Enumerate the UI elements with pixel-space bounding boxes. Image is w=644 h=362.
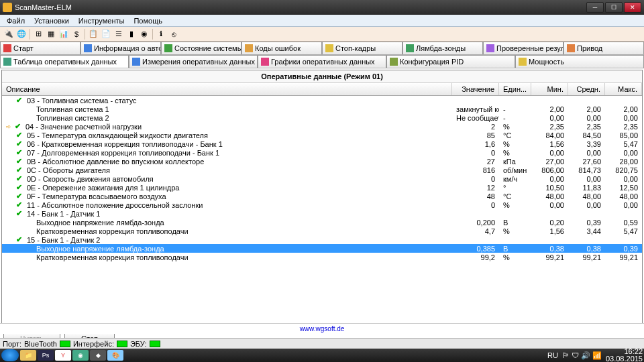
- tb-exit-icon[interactable]: ⎋: [168, 28, 180, 40]
- tray-flag-icon[interactable]: 🏳: [562, 351, 570, 359]
- menu-file[interactable]: Файл: [3, 16, 29, 25]
- cell-max: 0,00: [605, 201, 642, 209]
- table-row[interactable]: ✔06 - Кратковременная коррекция топливоп…: [2, 139, 642, 148]
- cell-max: 5,47: [605, 140, 642, 148]
- table-row[interactable]: ✔15 - Банк 1 - Датчик 2: [2, 235, 642, 244]
- col-max[interactable]: Макс.: [605, 83, 642, 95]
- tb-list-icon[interactable]: ☰: [113, 28, 125, 40]
- task-chrome-icon[interactable]: ◉: [72, 350, 89, 361]
- table-row[interactable]: Топливная система 1замкнутый кон...-2,00…: [2, 105, 642, 113]
- status-iface-label: Интерфейс:: [73, 340, 114, 348]
- cell-avg: 3,44: [568, 227, 605, 235]
- menu-help[interactable]: Помощь: [129, 16, 166, 25]
- tab-измерения-оперативных-данных[interactable]: Измерения оперативных данных: [129, 55, 258, 68]
- tb-copy-icon[interactable]: 📋: [87, 28, 99, 40]
- check-icon: ✔: [15, 139, 23, 148]
- close-button[interactable]: ✕: [624, 2, 641, 13]
- table-row[interactable]: ➪✔04 - Значение расчетной нагрузки2%2,35…: [2, 122, 642, 131]
- tray-shield-icon[interactable]: 🛡: [572, 351, 579, 359]
- menu-tools[interactable]: Инструменты: [74, 16, 129, 25]
- tab-icon: [164, 44, 172, 52]
- check-icon: ✔: [15, 96, 23, 105]
- table-row[interactable]: ✔0D - Скорость движения автомобиля0км/ч0…: [2, 174, 642, 183]
- cell-v: 99,2: [452, 253, 499, 261]
- task-app-icon[interactable]: ◆: [90, 350, 106, 361]
- row-description: 04 - Значение расчетной нагрузки: [25, 123, 142, 131]
- table-row[interactable]: Выходное напряжение лямбда-зонда0,200В0,…: [2, 218, 642, 227]
- task-explorer-icon[interactable]: 📁: [20, 350, 36, 361]
- cell-avg: 48,00: [568, 192, 605, 200]
- tb-device-icon[interactable]: ▮: [125, 28, 138, 40]
- tab-label: Стоп-кадры: [335, 44, 376, 52]
- tray-volume-icon[interactable]: 🔊: [581, 351, 590, 360]
- table-row[interactable]: Кратковременная коррекция топливоподачи4…: [2, 227, 642, 235]
- cell-max: 0,39: [605, 245, 642, 253]
- table-row[interactable]: ✔14 - Банк 1 - Датчик 1: [2, 209, 642, 218]
- check-icon: ✔: [15, 148, 23, 157]
- tray-lang[interactable]: RU: [547, 351, 558, 359]
- task-photoshop-icon[interactable]: Ps: [38, 350, 54, 361]
- cell-v: 12: [452, 184, 499, 192]
- tb-globe-icon[interactable]: 🌐: [15, 28, 28, 40]
- row-description: 0F - Температура всасываемого воздуха: [27, 192, 166, 200]
- row-description: Топливная система 2: [36, 114, 109, 122]
- tab-icon: [519, 58, 527, 66]
- tab-label: Лямбда-зонды: [416, 44, 466, 52]
- table-row[interactable]: ✔11 - Абсолютное положение дроссельной з…: [2, 200, 642, 209]
- tab-icon: [245, 44, 253, 52]
- tab-состояние-системы[interactable]: Состояние системы: [161, 42, 241, 54]
- col-unit[interactable]: Един...: [499, 83, 531, 95]
- tb-money-icon[interactable]: $: [70, 28, 83, 40]
- tb-gauge-icon[interactable]: ◉: [138, 28, 150, 40]
- table-row[interactable]: ✔03 - Топливная система - статус: [2, 96, 642, 105]
- maximize-button[interactable]: ☐: [605, 2, 623, 13]
- tb-chart-icon[interactable]: 📊: [58, 28, 70, 40]
- table-row[interactable]: ✔0E - Опережение зажигания для 1 цилиндр…: [2, 183, 642, 192]
- cell-v: 2: [452, 123, 499, 131]
- tab-проверенные-результаты-теста[interactable]: Проверенные результаты теста: [483, 42, 564, 54]
- task-paint-icon[interactable]: 🎨: [107, 350, 123, 361]
- task-yandex-icon[interactable]: Y: [55, 350, 71, 361]
- tray-date[interactable]: 03.08.2015: [606, 355, 643, 362]
- table-row[interactable]: ✔0B - Абсолютное давление во впускном ко…: [2, 157, 642, 166]
- table-row[interactable]: Кратковременная коррекция топливоподачи9…: [2, 253, 642, 261]
- tab-лямбда-зонды[interactable]: Лямбда-зонды: [402, 42, 483, 54]
- start-button[interactable]: [1, 349, 19, 361]
- tab-конфигурация-pid[interactable]: Конфигурация PID: [386, 55, 515, 68]
- titlebar: ScanMaster-ELM ─ ☐ ✕: [0, 0, 644, 15]
- tb-info-icon[interactable]: ℹ: [155, 28, 167, 40]
- table-row[interactable]: ✔05 - Температура охлаждающей жидкости д…: [2, 131, 642, 139]
- tb-doc-icon[interactable]: 📄: [100, 28, 112, 40]
- table-row[interactable]: Выходное напряжение лямбда-зонда0,385В0,…: [2, 244, 642, 253]
- tab-таблица-оперативных-данных[interactable]: Таблица оперативных данных: [0, 55, 129, 68]
- minimize-button[interactable]: ─: [586, 2, 604, 13]
- tb-grid-icon[interactable]: ⊞: [32, 28, 44, 40]
- col-value[interactable]: Значение: [452, 83, 499, 95]
- table-row[interactable]: ✔07 - Долговременная коррекция топливопо…: [2, 148, 642, 157]
- table-row[interactable]: ✔0C - Обороты двигателя816об/мин806,0081…: [2, 166, 642, 174]
- tb-table-icon[interactable]: ▦: [45, 28, 57, 40]
- menu-settings[interactable]: Установки: [30, 16, 73, 25]
- tab-графики-оперативных-данных[interactable]: Графики оперативных данных: [258, 55, 386, 68]
- table-row[interactable]: Топливная система 2Не сообщается-0,000,0…: [2, 113, 642, 122]
- tab-старт[interactable]: Старт: [0, 42, 80, 54]
- row-description: 0E - Опережение зажигания для 1 цилиндра: [27, 184, 179, 192]
- cell-v: замкнутый кон...: [452, 105, 499, 113]
- cell-u: %: [499, 227, 531, 235]
- footer-link[interactable]: www.wgsoft.de: [0, 323, 644, 334]
- tab-коды-ошибок[interactable]: Коды ошибок: [241, 42, 322, 54]
- tb-connect-icon[interactable]: 🔌: [3, 28, 15, 40]
- cell-max: 820,75: [605, 166, 642, 174]
- col-avg[interactable]: Средн.: [568, 83, 605, 95]
- tab-icon: [486, 44, 494, 52]
- tab-стоп-кадры[interactable]: Стоп-кадры: [322, 42, 402, 54]
- tray-network-icon[interactable]: 📶: [592, 351, 602, 360]
- table-row[interactable]: ✔0F - Температура всасываемого воздуха48…: [2, 192, 642, 200]
- tab-привод[interactable]: Привод: [564, 42, 644, 54]
- col-description[interactable]: Описание: [2, 83, 452, 95]
- tab-мощность[interactable]: Мощность: [515, 55, 644, 68]
- tab-информация-о-автомобиле[interactable]: Информация о автомобиле: [80, 42, 161, 54]
- col-min[interactable]: Мин.: [531, 83, 568, 95]
- row-description: 05 - Температура охлаждающей жидкости дв…: [27, 131, 208, 139]
- cell-min: 1,56: [531, 227, 568, 235]
